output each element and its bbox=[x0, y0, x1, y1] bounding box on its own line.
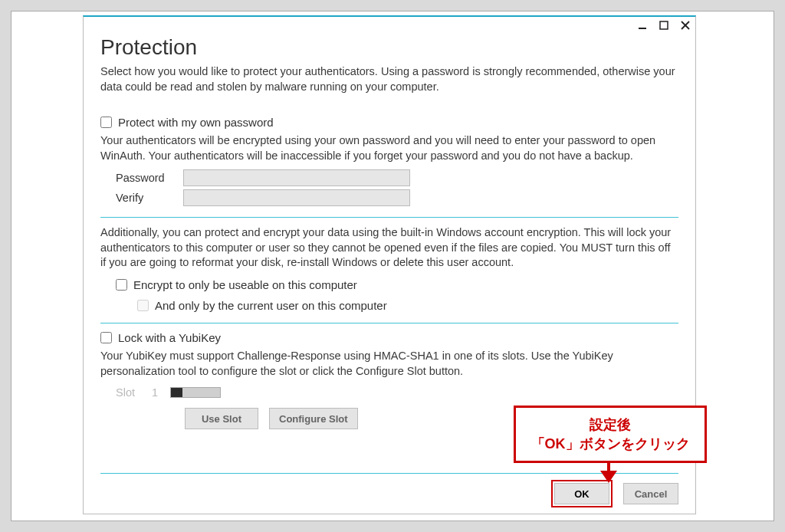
yubikey-desc: Your YubiKey must support Challenge-Resp… bbox=[100, 349, 678, 379]
maximize-icon[interactable] bbox=[659, 20, 669, 31]
yubikey-row: Lock with a YubiKey bbox=[100, 331, 678, 344]
protect-password-desc: Your authenticators will be encrypted us… bbox=[100, 133, 678, 163]
encrypt-user-checkbox[interactable] bbox=[137, 300, 149, 311]
annotation-line1: 設定後 bbox=[522, 415, 698, 434]
encrypt-user-row: And only by the current user on this com… bbox=[137, 299, 678, 312]
cancel-button[interactable]: Cancel bbox=[623, 483, 678, 504]
ok-button[interactable]: OK bbox=[554, 483, 609, 504]
password-input[interactable] bbox=[183, 169, 410, 186]
encrypt-computer-checkbox[interactable] bbox=[116, 279, 127, 291]
slot-slider[interactable] bbox=[170, 387, 221, 398]
configure-slot-button[interactable]: Configure Slot bbox=[269, 408, 358, 429]
window-controls bbox=[637, 20, 691, 31]
intro-text: Select how you would like to protect you… bbox=[100, 64, 678, 94]
verify-row: Verify bbox=[116, 189, 678, 206]
annotation-line2: 「OK」ボタンをクリック bbox=[522, 435, 698, 453]
close-icon[interactable] bbox=[680, 20, 691, 31]
outer-frame: Protection Select how you would like to … bbox=[11, 11, 774, 521]
yubikey-checkbox[interactable] bbox=[100, 332, 112, 343]
password-row: Password bbox=[116, 169, 678, 186]
divider-1 bbox=[100, 217, 678, 218]
slot-label: Slot bbox=[116, 386, 135, 399]
encrypt-computer-label: Encrypt to only be useable on this compu… bbox=[133, 278, 357, 291]
page-title: Protection bbox=[100, 35, 678, 60]
dialog-buttons: OK Cancel bbox=[100, 473, 678, 504]
protect-password-label: Protect with my own password bbox=[118, 116, 274, 129]
password-form: Password Verify bbox=[116, 169, 678, 206]
password-label: Password bbox=[116, 172, 183, 184]
verify-input[interactable] bbox=[183, 189, 410, 206]
yubikey-label: Lock with a YubiKey bbox=[118, 331, 221, 344]
use-slot-button[interactable]: Use Slot bbox=[185, 408, 258, 429]
slot-value: 1 bbox=[152, 386, 158, 399]
divider-2 bbox=[100, 323, 678, 323]
verify-label: Verify bbox=[116, 192, 183, 204]
protect-password-row: Protect with my own password bbox=[100, 116, 678, 129]
encrypt-user-label: And only by the current user on this com… bbox=[155, 299, 387, 312]
encrypt-desc: Additionally, you can protect and encryp… bbox=[100, 225, 678, 271]
protect-password-checkbox[interactable] bbox=[100, 117, 112, 128]
dialog-window: Protection Select how you would like to … bbox=[83, 15, 696, 514]
encrypt-computer-row: Encrypt to only be useable on this compu… bbox=[116, 278, 678, 291]
svg-rect-0 bbox=[639, 28, 646, 29]
svg-rect-1 bbox=[660, 21, 668, 29]
yubikey-slot-row: Slot 1 bbox=[116, 386, 678, 399]
svg-marker-5 bbox=[600, 471, 617, 483]
annotation-callout: 設定後 「OK」ボタンをクリック bbox=[514, 406, 707, 463]
minimize-icon[interactable] bbox=[637, 20, 648, 31]
